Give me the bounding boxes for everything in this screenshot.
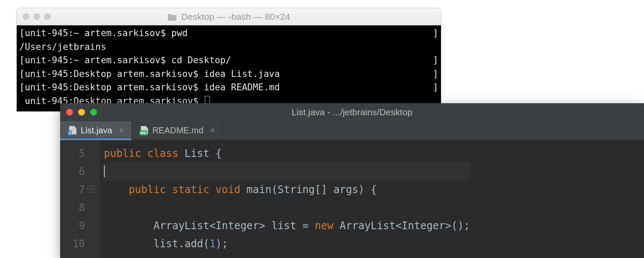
terminal-titlebar[interactable]: Desktop — -bash — 80×24 — [17, 8, 441, 25]
terminal-line: [unit-945:~ artem.sarkisov$ pwd ] — [19, 27, 438, 40]
code-line: public static void main(String[] args) { — [104, 181, 470, 199]
minimize-button[interactable] — [33, 13, 40, 20]
terminal-title: Desktop — -bash — 80×24 — [17, 12, 441, 22]
line-number: 8 — [60, 199, 95, 217]
traffic-lights — [23, 13, 51, 20]
tab-label: README.md — [152, 126, 204, 135]
editor-title-text: List.java - .../jetbrains/Desktop — [60, 107, 644, 117]
terminal-line: [unit-945:Desktop artem.sarkisov$ idea L… — [19, 68, 438, 81]
terminal-line: /Users/jetbrains — [19, 40, 438, 54]
tabs-bar: J List.java × MD README.md × — [60, 121, 644, 140]
terminal-title-text: Desktop — -bash — 80×24 — [181, 12, 290, 22]
terminal-window: Desktop — -bash — 80×24 [unit-945:~ arte… — [16, 8, 441, 112]
code-line — [104, 163, 470, 181]
tab-label: List.java — [81, 126, 112, 135]
editor-window: List.java - .../jetbrains/Desktop J List… — [60, 103, 644, 258]
caret — [104, 165, 105, 177]
markdown-file-icon: MD — [140, 126, 148, 135]
minimize-button[interactable] — [78, 109, 85, 116]
fold-icon[interactable]: – — [88, 186, 94, 193]
terminal-line: [unit-945:~ artem.sarkisov$ cd Desktop/ … — [19, 54, 438, 68]
code-line: list.add(1); — [104, 235, 470, 253]
line-number: 7– — [60, 181, 95, 199]
close-tab-icon[interactable]: × — [210, 126, 215, 135]
folder-icon — [167, 13, 177, 21]
line-number: 10 — [60, 235, 95, 253]
tab-list-java[interactable]: J List.java × — [60, 121, 132, 140]
line-number: 6 — [60, 163, 95, 181]
traffic-lights — [66, 109, 97, 116]
code-area[interactable]: public class List { public static void m… — [100, 140, 470, 258]
code-line: ArrayList<Integer> list = new ArrayList<… — [104, 217, 470, 235]
close-button[interactable] — [23, 13, 29, 20]
tab-readme-md[interactable]: MD README.md × — [132, 121, 223, 140]
close-button[interactable] — [66, 109, 73, 116]
zoom-button[interactable] — [44, 13, 51, 20]
gutter: 5 6 7– 8 9 10 — [60, 140, 100, 258]
terminal-line: [unit-945:Desktop artem.sarkisov$ idea R… — [19, 81, 438, 95]
java-file-icon: J — [68, 126, 76, 135]
code-line: public class List { — [104, 144, 470, 163]
code-line — [104, 199, 470, 217]
line-number: 5 — [60, 144, 95, 163]
line-number: 9 — [60, 217, 95, 235]
editor-body[interactable]: 5 6 7– 8 9 10 public class List { public… — [60, 140, 644, 258]
close-tab-icon[interactable]: × — [119, 126, 124, 135]
editor-titlebar[interactable]: List.java - .../jetbrains/Desktop — [60, 103, 644, 121]
zoom-button[interactable] — [90, 109, 97, 116]
terminal-body[interactable]: [unit-945:~ artem.sarkisov$ pwd ] /Users… — [17, 25, 441, 111]
